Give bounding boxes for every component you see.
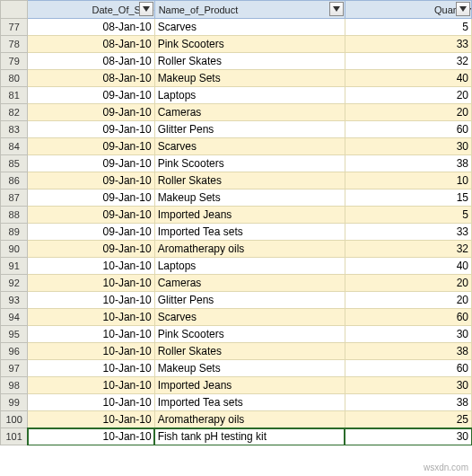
table-row[interactable]: 7908-Jan-10Roller Skates32	[1, 53, 472, 70]
cell-date[interactable]: 09-Jan-10	[28, 241, 154, 258]
cell-date[interactable]: 09-Jan-10	[28, 87, 154, 104]
cell-date[interactable]: 08-Jan-10	[28, 36, 154, 53]
cell-product[interactable]: Fish tank pH testing kit	[154, 428, 345, 445]
cell-product[interactable]: Aromatherapy oils	[154, 241, 345, 258]
column-header-date[interactable]: Date_Of_Sale	[28, 1, 154, 19]
cell-product[interactable]: Scarves	[154, 19, 345, 36]
table-row[interactable]: 10110-Jan-10Fish tank pH testing kit30	[1, 428, 472, 445]
cell-date[interactable]: 08-Jan-10	[28, 53, 154, 70]
cell-quantity[interactable]: 60	[345, 360, 471, 377]
column-header-product[interactable]: Name_of_Product	[154, 1, 345, 19]
table-row[interactable]: 8909-Jan-10Imported Tea sets33	[1, 224, 472, 241]
cell-quantity[interactable]: 30	[345, 326, 471, 343]
cell-quantity[interactable]: 25	[345, 411, 471, 428]
row-header[interactable]: 100	[1, 411, 28, 428]
cell-date[interactable]: 09-Jan-10	[28, 207, 154, 224]
cell-product[interactable]: Makeup Sets	[154, 360, 345, 377]
cell-product[interactable]: Pink Scooters	[154, 155, 345, 172]
cell-product[interactable]: Cameras	[154, 104, 345, 121]
cell-product[interactable]: Glitter Pens	[154, 121, 345, 138]
row-header[interactable]: 77	[1, 19, 28, 36]
table-row[interactable]: 8709-Jan-10Makeup Sets15	[1, 190, 472, 207]
cell-quantity[interactable]: 32	[345, 241, 471, 258]
table-row[interactable]: 8309-Jan-10Glitter Pens60	[1, 121, 472, 138]
cell-date[interactable]: 09-Jan-10	[28, 121, 154, 138]
cell-product[interactable]: Imported Tea sets	[154, 224, 345, 241]
cell-date[interactable]: 10-Jan-10	[28, 360, 154, 377]
row-header[interactable]: 92	[1, 275, 28, 292]
cell-product[interactable]: Scarves	[154, 138, 345, 155]
cell-date[interactable]: 08-Jan-10	[28, 70, 154, 87]
cell-date[interactable]: 09-Jan-10	[28, 224, 154, 241]
cell-product[interactable]: Scarves	[154, 309, 345, 326]
cell-quantity[interactable]: 60	[345, 121, 471, 138]
row-header[interactable]: 80	[1, 70, 28, 87]
table-row[interactable]: 9810-Jan-10Imported Jeans30	[1, 377, 472, 394]
cell-date[interactable]: 10-Jan-10	[28, 292, 154, 309]
cell-date[interactable]: 10-Jan-10	[28, 326, 154, 343]
cell-quantity[interactable]: 30	[345, 138, 471, 155]
cell-product[interactable]: Makeup Sets	[154, 70, 345, 87]
table-row[interactable]: 10010-Jan-10Aromatherapy oils25	[1, 411, 472, 428]
cell-date[interactable]: 10-Jan-10	[28, 275, 154, 292]
cell-quantity[interactable]: 38	[345, 394, 471, 411]
corner-cell[interactable]	[1, 1, 28, 19]
cell-quantity[interactable]: 15	[345, 190, 471, 207]
cell-quantity[interactable]: 32	[345, 53, 471, 70]
cell-date[interactable]: 10-Jan-10	[28, 343, 154, 360]
cell-product[interactable]: Glitter Pens	[154, 292, 345, 309]
cell-quantity[interactable]: 10	[345, 172, 471, 190]
row-header[interactable]: 83	[1, 121, 28, 138]
table-row[interactable]: 7808-Jan-10Pink Scooters33	[1, 36, 472, 53]
cell-product[interactable]: Pink Scooters	[154, 326, 345, 343]
table-row[interactable]: 7708-Jan-10Scarves5	[1, 19, 472, 36]
filter-dropdown-icon[interactable]	[329, 2, 344, 16]
table-row[interactable]: 8409-Jan-10Scarves30	[1, 138, 472, 155]
row-header[interactable]: 79	[1, 53, 28, 70]
cell-quantity[interactable]: 5	[345, 19, 471, 36]
row-header[interactable]: 96	[1, 343, 28, 360]
table-row[interactable]: 8209-Jan-10Cameras20	[1, 104, 472, 121]
table-row[interactable]: 8609-Jan-10Roller Skates10	[1, 172, 472, 190]
table-row[interactable]: 8109-Jan-10Laptops20	[1, 87, 472, 104]
cell-product[interactable]: Roller Skates	[154, 172, 345, 190]
table-row[interactable]: 9410-Jan-10Scarves60	[1, 309, 472, 326]
cell-date[interactable]: 09-Jan-10	[28, 190, 154, 207]
cell-quantity[interactable]: 60	[345, 309, 471, 326]
cell-date[interactable]: 09-Jan-10	[28, 155, 154, 172]
row-header[interactable]: 81	[1, 87, 28, 104]
cell-date[interactable]: 09-Jan-10	[28, 172, 154, 190]
table-row[interactable]: 9110-Jan-10Laptops40	[1, 258, 472, 275]
row-header[interactable]: 86	[1, 172, 28, 190]
table-row[interactable]: 9009-Jan-10Aromatherapy oils32	[1, 241, 472, 258]
cell-product[interactable]: Laptops	[154, 258, 345, 275]
filter-dropdown-icon[interactable]	[139, 2, 153, 16]
cell-quantity[interactable]: 20	[345, 292, 471, 309]
cell-quantity[interactable]: 20	[345, 275, 471, 292]
table-row[interactable]: 9910-Jan-10Imported Tea sets38	[1, 394, 472, 411]
cell-date[interactable]: 10-Jan-10	[28, 309, 154, 326]
row-header[interactable]: 90	[1, 241, 28, 258]
cell-date[interactable]: 10-Jan-10	[28, 394, 154, 411]
cell-date[interactable]: 09-Jan-10	[28, 138, 154, 155]
table-row[interactable]: 9210-Jan-10Cameras20	[1, 275, 472, 292]
row-header[interactable]: 94	[1, 309, 28, 326]
table-row[interactable]: 9610-Jan-10Roller Skates38	[1, 343, 472, 360]
cell-product[interactable]: Imported Jeans	[154, 207, 345, 224]
cell-date[interactable]: 09-Jan-10	[28, 104, 154, 121]
cell-quantity[interactable]: 20	[345, 104, 471, 121]
row-header[interactable]: 97	[1, 360, 28, 377]
cell-product[interactable]: Laptops	[154, 87, 345, 104]
cell-quantity[interactable]: 40	[345, 258, 471, 275]
row-header[interactable]: 87	[1, 190, 28, 207]
row-header[interactable]: 78	[1, 36, 28, 53]
cell-quantity[interactable]: 33	[345, 224, 471, 241]
cell-date[interactable]: 10-Jan-10	[28, 258, 154, 275]
cell-quantity[interactable]: 30	[345, 428, 471, 445]
row-header[interactable]: 98	[1, 377, 28, 394]
row-header[interactable]: 88	[1, 207, 28, 224]
row-header[interactable]: 95	[1, 326, 28, 343]
cell-date[interactable]: 10-Jan-10	[28, 377, 154, 394]
table-row[interactable]: 8008-Jan-10Makeup Sets40	[1, 70, 472, 87]
row-header[interactable]: 93	[1, 292, 28, 309]
